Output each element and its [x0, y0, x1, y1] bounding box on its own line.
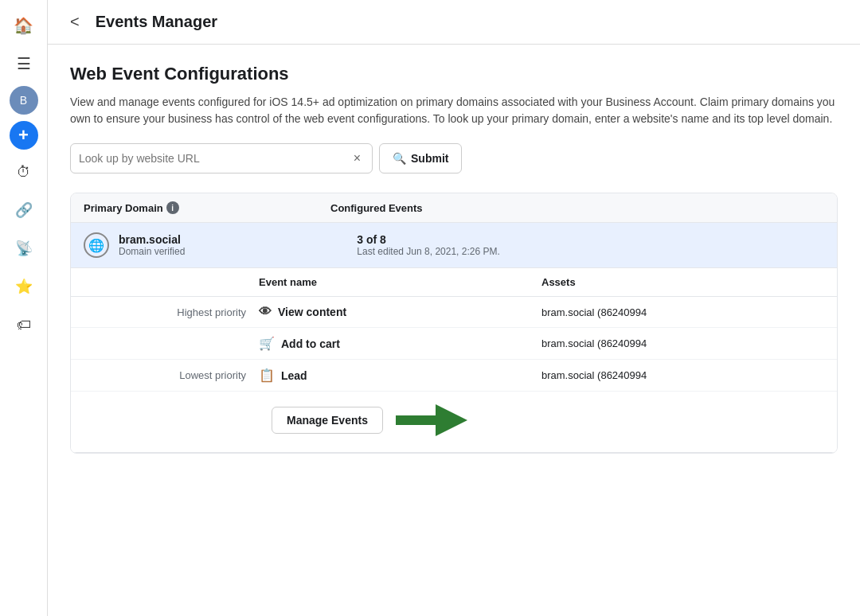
- event-name: Lead: [281, 369, 307, 382]
- header: < Events Manager: [48, 0, 860, 45]
- back-button[interactable]: <: [64, 10, 86, 34]
- priority-lowest: Lowest priority: [84, 369, 259, 381]
- sidebar-item-graph[interactable]: 📡: [8, 232, 40, 264]
- search-input-wrapper: ×: [70, 143, 373, 173]
- sub-col-priority: [84, 276, 259, 288]
- arrow-indicator: [396, 404, 467, 436]
- table-header: Primary Domain i Configured Events: [71, 193, 837, 223]
- sidebar: 🏠 ☰ B + ⏱ 🔗 📡 ⭐ 🏷: [0, 0, 48, 616]
- lead-icon: 📋: [259, 368, 275, 383]
- sub-col-event-name: Event name: [259, 276, 541, 288]
- assets-lead: bram.social (86240994: [541, 369, 824, 381]
- sidebar-item-star[interactable]: ⭐: [8, 271, 40, 302]
- event-add-to-cart: 🛒 Add to cart: [259, 336, 541, 351]
- manage-row: Manage Events: [71, 392, 837, 452]
- info-icon[interactable]: i: [166, 201, 179, 214]
- sidebar-item-home[interactable]: 🏠: [8, 10, 40, 41]
- sidebar-item-menu[interactable]: ☰: [8, 48, 40, 80]
- clear-button[interactable]: ×: [350, 151, 364, 166]
- domain-status: Domain verified: [119, 246, 347, 257]
- page-content: Web Event Configurations View and manage…: [48, 45, 860, 616]
- sidebar-item-clock[interactable]: ⏱: [8, 156, 40, 188]
- priority-highest: Highest priority: [84, 306, 259, 318]
- main-content: < Events Manager Web Event Configuration…: [48, 0, 860, 616]
- col-header-primary-domain: Primary Domain i: [84, 201, 330, 214]
- events-table: Primary Domain i Configured Events 🌐 bra…: [70, 193, 838, 454]
- globe-icon: 🌐: [84, 232, 109, 258]
- event-name: Add to cart: [281, 337, 340, 350]
- assets-add-to-cart: bram.social (86240994: [541, 337, 824, 349]
- events-count: 3 of 8: [357, 233, 585, 246]
- submit-button[interactable]: 🔍 Submit: [379, 143, 462, 173]
- page-title: Web Event Configurations: [70, 64, 838, 84]
- sidebar-item-add[interactable]: +: [10, 121, 38, 150]
- domain-row[interactable]: 🌐 bram.social Domain verified 3 of 8 Las…: [71, 223, 837, 268]
- add-to-cart-icon: 🛒: [259, 336, 275, 351]
- sub-table-header: Event name Assets: [71, 268, 837, 297]
- table-row: Lowest priority 📋 Lead bram.social (8624…: [71, 360, 837, 392]
- sub-table: Event name Assets Highest priority 👁 Vie…: [71, 268, 837, 453]
- search-icon: 🔍: [393, 152, 406, 165]
- table-row: Highest priority 👁 View content bram.soc…: [71, 297, 837, 328]
- domain-info: bram.social Domain verified: [119, 233, 347, 257]
- configured-events-cell: 3 of 8 Last edited Jun 8, 2021, 2:26 PM.: [357, 233, 585, 257]
- search-row: × 🔍 Submit: [70, 143, 838, 173]
- assets-view-content: bram.social (86240994: [541, 306, 824, 318]
- event-lead: 📋 Lead: [259, 368, 541, 383]
- manage-events-button[interactable]: Manage Events: [272, 407, 383, 434]
- domain-name: bram.social: [119, 233, 347, 246]
- view-content-icon: 👁: [259, 305, 272, 319]
- page-description: View and manage events configured for iO…: [70, 94, 838, 127]
- arrow-head: [436, 404, 467, 436]
- page-header-title: Events Manager: [96, 13, 217, 31]
- sidebar-item-tag[interactable]: 🏷: [8, 309, 40, 341]
- sub-col-assets: Assets: [541, 276, 824, 288]
- avatar[interactable]: B: [10, 86, 38, 115]
- submit-label: Submit: [411, 152, 448, 165]
- col-header-extra: [577, 201, 824, 214]
- search-input[interactable]: [79, 152, 350, 165]
- event-view-content: 👁 View content: [259, 305, 541, 319]
- arrow-body: [396, 415, 436, 425]
- col-header-configured-events: Configured Events: [330, 201, 577, 214]
- table-row: 🛒 Add to cart bram.social (86240994: [71, 328, 837, 360]
- event-name: View content: [278, 306, 346, 318]
- events-last-edited: Last edited Jun 8, 2021, 2:26 PM.: [357, 246, 585, 257]
- sidebar-item-people[interactable]: 🔗: [8, 194, 40, 226]
